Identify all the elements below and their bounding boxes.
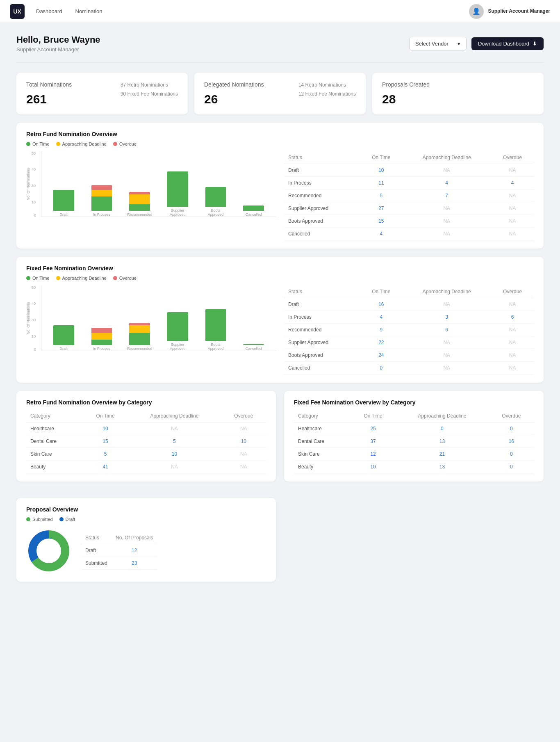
- table-row: Recommended 5 7 NA: [284, 189, 534, 202]
- bar-recommended-approaching: [129, 194, 150, 204]
- fixed-fee-legend: On Time Approaching Deadline Overdue: [26, 276, 534, 281]
- legend-overdue: Overdue: [113, 142, 137, 146]
- nav-user-name: Supplier Account Manager: [488, 8, 550, 15]
- stats-row: Total Nominations 261 87 Retro Nominatio…: [16, 73, 544, 114]
- bar-label-inprocess: In Process: [93, 212, 111, 217]
- select-vendor-dropdown[interactable]: Select Vendor ▾: [409, 37, 467, 50]
- nav-link-nomination[interactable]: Nomination: [75, 7, 102, 16]
- retro-fund-legend: On Time Approaching Deadline Overdue: [26, 142, 534, 146]
- on-time-dot: [26, 142, 30, 146]
- ff-legend-overdue: Overdue: [113, 276, 137, 281]
- stat-label-delegated: Delegated Nominations: [204, 81, 264, 89]
- stat-number-proposals: 28: [382, 92, 534, 106]
- table-row: Healthcare 10 NA NA: [26, 422, 266, 435]
- stat-number-total: 261: [26, 92, 72, 106]
- legend-on-time: On Time: [26, 142, 50, 146]
- proposal-legend: Submitted Draft: [26, 517, 266, 522]
- retro-fund-section: Retro Fund Nomination Overview On Time A…: [16, 123, 544, 249]
- ff-bar-draft: [53, 325, 74, 345]
- fixed-fee-title: Fixed Fee Nomination Overview: [26, 265, 534, 272]
- proposal-title: Proposal Overview: [26, 506, 266, 513]
- bar-inprocess-ontime: [91, 196, 112, 211]
- draft-dot: [59, 517, 64, 521]
- proposal-section: Proposal Overview Submitted Draft: [16, 498, 276, 582]
- submitted-dot: [26, 517, 30, 521]
- bar-cancelled-ontime: [243, 205, 264, 211]
- ff-approaching-dot: [56, 276, 60, 280]
- ff-th-status: Status: [284, 285, 360, 298]
- table-row: Recommended 9 6 NA: [284, 323, 534, 336]
- y-axis-label: No. Of Nominations: [26, 168, 30, 200]
- stat-card-total: Total Nominations 261 87 Retro Nominatio…: [16, 73, 188, 114]
- table-row: Draft 12: [81, 544, 157, 557]
- bar-draft-ontime: [53, 190, 74, 211]
- table-row: Cancelled 4 NA NA: [284, 227, 534, 240]
- bar-label-draft: Draft: [60, 212, 68, 217]
- header-actions: Select Vendor ▾ Download Dashboard ⬇: [409, 37, 544, 50]
- bar-label-bootsapproved: BootsApproved: [208, 208, 224, 217]
- greeting: Hello, Bruce Wayne Supplier Account Mana…: [16, 34, 100, 53]
- th-overdue: Overdue: [491, 151, 534, 164]
- overdue-dot: [113, 142, 117, 146]
- table-row: Beauty 10 13 0: [294, 460, 534, 473]
- navbar: UX Dashboard Nomination 👤 Supplier Accou…: [0, 0, 560, 23]
- fixed-fee-chart: No. Of Nominations 50 40 30 10 0 Draft: [26, 285, 276, 351]
- ff-legend-on-time: On Time: [26, 276, 50, 281]
- ff-th-approaching: Approaching Deadline: [402, 285, 491, 298]
- page-header: Hello, Bruce Wayne Supplier Account Mana…: [16, 34, 544, 53]
- nav-user: 👤 Supplier Account Manager: [469, 4, 550, 19]
- proposal-donut-section: Status No. Of Proposals Draft 12 Submitt…: [26, 528, 266, 573]
- stat-card-proposals: Proposals Created 28: [372, 73, 544, 114]
- table-row: Supplier Approved 22 NA NA: [284, 336, 534, 349]
- donut-chart: [26, 528, 71, 573]
- table-row: Boots Approved 15 NA NA: [284, 215, 534, 227]
- table-row: Draft 10 NA NA: [284, 164, 534, 176]
- table-row: Draft 16 NA NA: [284, 298, 534, 310]
- retro-fund-chart: No. Of Nominations 50 40 30 10 0 Draft: [26, 151, 276, 217]
- table-row: Cancelled 0 NA NA: [284, 361, 534, 374]
- stat-label-total: Total Nominations: [26, 81, 72, 89]
- bar-recommended-ontime: [129, 204, 150, 211]
- table-row: Submitted 23: [81, 557, 157, 570]
- nav-link-dashboard[interactable]: Dashboard: [36, 7, 62, 16]
- category-section: Retro Fund Nomination Overview by Catego…: [16, 391, 544, 490]
- legend-draft: Draft: [59, 517, 75, 522]
- nav-links: Dashboard Nomination: [36, 7, 469, 16]
- table-row: Healthcare 25 0 0: [294, 422, 534, 435]
- bar-bootsapproved-ontime: [205, 187, 226, 207]
- legend-approaching: Approaching Deadline: [56, 142, 107, 146]
- ff-y-axis-label: No. Of Nominations: [26, 302, 30, 334]
- legend-submitted: Submitted: [26, 517, 53, 522]
- retro-fund-table: Status On Time Approaching Deadline Over…: [284, 151, 534, 240]
- nav-logo: UX: [10, 4, 25, 19]
- stat-meta-total: 87 Retro Nominations 90 Fixed Fee Nomina…: [121, 81, 178, 98]
- avatar: 👤: [469, 4, 484, 19]
- retro-category-section: Retro Fund Nomination Overview by Catego…: [16, 391, 276, 482]
- donut-svg: [26, 528, 71, 573]
- retro-fund-title: Retro Fund Nomination Overview: [26, 131, 534, 137]
- download-dashboard-button[interactable]: Download Dashboard ⬇: [471, 37, 544, 50]
- ff-overdue-dot: [113, 276, 117, 280]
- th-ontime: On Time: [360, 151, 403, 164]
- ff-on-time-dot: [26, 276, 30, 280]
- bar-label-suppapproved: SupplierApproved: [170, 208, 186, 217]
- retro-category-title: Retro Fund Nomination Overview by Catego…: [26, 399, 266, 406]
- proposal-spacer: [284, 498, 544, 590]
- stat-number-delegated: 26: [204, 92, 264, 106]
- th-approaching: Approaching Deadline: [402, 151, 491, 164]
- bar-inprocess-approaching: [91, 190, 112, 196]
- proposal-row: Proposal Overview Submitted Draft: [16, 498, 544, 590]
- table-row: Dental Care 15 5 10: [26, 435, 266, 447]
- bar-label-recommended: Recommended: [127, 212, 152, 217]
- table-row: Beauty 41 NA NA: [26, 460, 266, 473]
- proposal-table: Status No. Of Proposals Draft 12 Submitt…: [81, 532, 157, 570]
- table-row: Boots Approved 24 NA NA: [284, 349, 534, 361]
- ff-legend-approaching: Approaching Deadline: [56, 276, 107, 281]
- table-row: Dental Care 37 13 16: [294, 435, 534, 447]
- download-icon: ⬇: [533, 41, 537, 47]
- table-row: In Process 11 4 4: [284, 176, 534, 189]
- ff-th-ontime: On Time: [360, 285, 403, 298]
- bar-inprocess-overdue: [91, 185, 112, 190]
- fixed-fee-section: Fixed Fee Nomination Overview On Time Ap…: [16, 257, 544, 383]
- svg-point-2: [37, 539, 60, 562]
